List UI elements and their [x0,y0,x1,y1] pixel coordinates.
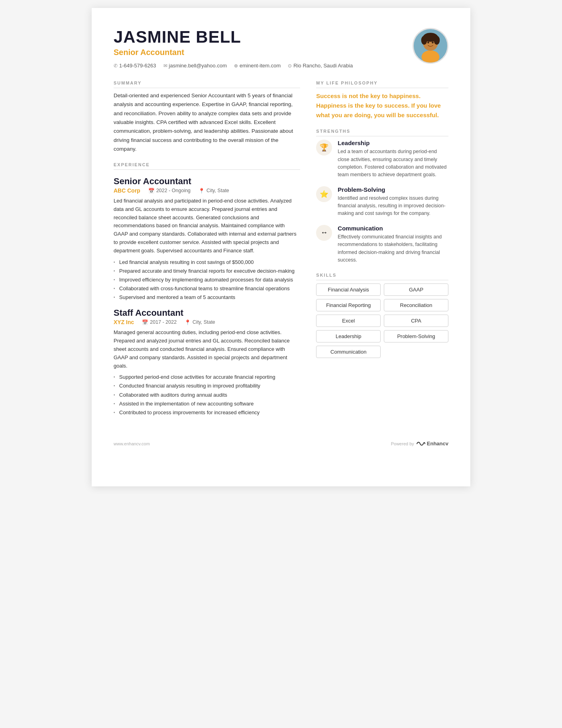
job-entry-2: Staff Accountant XYZ Inc 📅 2017 - 2022 📍… [114,308,300,417]
phone-icon: ✆ [114,63,118,69]
footer-website: www.enhancv.com [114,441,150,446]
bullet-list-1: Led financial analysis resulting in cost… [114,258,300,302]
email-icon: ✉ [163,63,167,69]
job-description-1: Led financial analysis and participated … [114,197,300,255]
dates-text-2: 2017 - 2022 [150,319,177,325]
header-section: JASMINE BELL Senior Accountant ✆ 1-649-5… [114,28,448,69]
summary-heading: SUMMARY [114,81,300,88]
bullet-2-4: Contributed to process improvements for … [114,409,300,417]
job-location-1: 📍 City, State [198,188,229,194]
skill-2: Financial Reporting [316,299,381,311]
svg-point-4 [421,36,427,45]
job-dates-1: 📅 2022 - Ongoing [148,188,191,194]
svg-point-6 [427,41,429,43]
job-location-2: 📍 City, State [185,319,215,325]
skill-5: CPA [384,315,448,327]
footer: www.enhancv.com Powered by Enhancv [114,437,448,447]
company-name-2: XYZ Inc [114,319,134,325]
email-address: jasmine.bell@yahoo.com [169,63,227,69]
skills-section: SKILLS Financial Analysis GAAP Financial… [316,273,448,358]
bullet-1-4: Supervised and mentored a team of 5 acco… [114,293,300,301]
strength-item-0: 🏆 Leadership Led a team of accountants d… [316,140,448,179]
strengths-heading: STRENGTHS [316,129,448,136]
location-text-1: City, State [206,188,229,193]
strength-title-1: Problem-Solving [338,186,448,193]
bullet-2-2: Collaborated with auditors during annual… [114,391,300,399]
job-description-2: Managed general accounting duties, inclu… [114,329,300,370]
philosophy-text: Success is not the key to happiness. Hap… [316,91,448,120]
bullet-1-2: Improved efficiency by implementing auto… [114,276,300,284]
job-meta-1: ABC Corp 📅 2022 - Ongoing 📍 City, State [114,187,300,194]
company-name-1: ABC Corp [114,187,140,194]
summary-section: SUMMARY Detail-oriented and experienced … [114,81,300,153]
brand-name: Enhancv [427,441,448,447]
summary-text: Detail-oriented and experienced Senior A… [114,91,300,153]
strength-content-0: Leadership Led a team of accountants dur… [338,140,448,179]
skill-3: Reconciliation [384,299,448,311]
skill-0: Financial Analysis [316,283,381,296]
location-icon-2: 📍 [185,319,191,325]
philosophy-section: MY LIFE PHILOSOPHY Success is not the ke… [316,81,448,120]
strength-desc-0: Led a team of accountants during period-… [338,148,448,179]
skill-4: Excel [316,315,381,327]
skills-heading: SKILLS [316,273,448,280]
job-meta-2: XYZ Inc 📅 2017 - 2022 📍 City, State [114,319,300,325]
email-contact: ✉ jasmine.bell@yahoo.com [163,63,227,69]
strength-title-0: Leadership [338,140,448,146]
skill-6: Leadership [316,330,381,342]
candidate-title: Senior Accountant [114,48,413,57]
problem-solving-icon: ⭐ [316,186,332,202]
skills-grid: Financial Analysis GAAP Financial Report… [316,283,448,358]
calendar-icon-2: 📅 [142,319,148,325]
skill-1: GAAP [384,283,448,296]
bullet-1-1: Prepared accurate and timely financial r… [114,267,300,275]
job-title-1: Senior Accountant [114,176,300,187]
main-content: SUMMARY Detail-oriented and experienced … [114,81,448,421]
experience-section: EXPERIENCE Senior Accountant ABC Corp 📅 … [114,162,300,417]
job-dates-2: 📅 2017 - 2022 [142,319,177,325]
footer-brand: Powered by Enhancv [391,441,448,447]
dates-text-1: 2022 - Ongoing [156,188,191,193]
bullet-2-1: Conducted financial analysis resulting i… [114,382,300,390]
job-entry-1: Senior Accountant ABC Corp 📅 2022 - Ongo… [114,176,300,301]
communication-icon: ↔ [316,225,332,241]
website-contact: ⊕ eminent-item.com [234,63,281,69]
website-url: eminent-item.com [240,63,281,69]
skill-7: Problem-Solving [384,330,448,342]
calendar-icon-1: 📅 [148,188,155,194]
bullet-1-0: Led financial analysis resulting in cost… [114,258,300,266]
left-column: SUMMARY Detail-oriented and experienced … [114,81,300,421]
location-text: Rio Rancho, Saudi Arabia [293,63,353,69]
avatar [413,28,448,64]
bullet-2-3: Assisted in the implementation of new ac… [114,400,300,408]
strength-item-1: ⭐ Problem-Solving Identified and resolve… [316,186,448,218]
enhancv-logo: Enhancv [417,441,448,447]
phone-contact: ✆ 1-649-579-6263 [114,63,156,69]
leadership-icon: 🏆 [316,140,332,155]
location-contact: ⊙ Rio Rancho, Saudi Arabia [288,63,353,69]
contact-info: ✆ 1-649-579-6263 ✉ jasmine.bell@yahoo.co… [114,63,413,69]
location-icon-1: 📍 [198,188,205,194]
bullet-1-3: Collaborated with cross-functional teams… [114,285,300,293]
bullet-2-0: Supported period-end close activities fo… [114,373,300,381]
resume-page: JASMINE BELL Senior Accountant ✆ 1-649-5… [92,8,470,486]
philosophy-heading: MY LIFE PHILOSOPHY [316,81,448,88]
powered-by-text: Powered by [391,441,414,446]
website-icon: ⊕ [234,63,238,69]
strength-title-2: Communication [338,225,448,232]
job-title-2: Staff Accountant [114,308,300,318]
header-left: JASMINE BELL Senior Accountant ✆ 1-649-5… [114,28,413,69]
skill-8: Communication [316,346,381,358]
candidate-name: JASMINE BELL [114,28,413,46]
svg-point-7 [432,41,434,43]
location-icon: ⊙ [288,63,292,69]
strength-desc-2: Effectively communicated financial insig… [338,233,448,264]
right-column: MY LIFE PHILOSOPHY Success is not the ke… [316,81,448,421]
strength-content-2: Communication Effectively communicated f… [338,225,448,264]
bullet-list-2: Supported period-end close activities fo… [114,373,300,417]
location-text-2: City, State [193,319,215,325]
svg-point-5 [434,36,440,45]
strength-item-2: ↔ Communication Effectively communicated… [316,225,448,264]
experience-heading: EXPERIENCE [114,162,300,170]
phone-number: 1-649-579-6263 [119,63,156,69]
